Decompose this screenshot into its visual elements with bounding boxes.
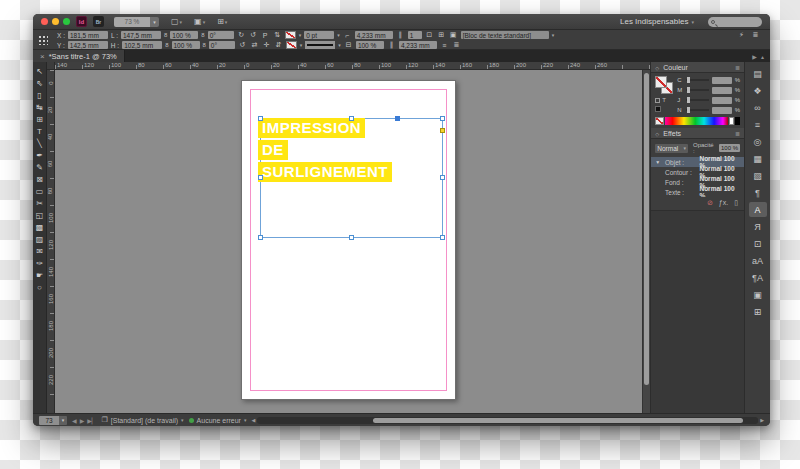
document-tab[interactable]: × *Sans titre-1 @ 73%	[33, 50, 125, 62]
gradient-swatch-tool[interactable]: ▩	[33, 221, 46, 233]
note-tool[interactable]: ✉	[33, 245, 46, 257]
cc-libraries-panel-icon[interactable]: ⊞	[749, 304, 767, 319]
y-field[interactable]: 142,5 mm	[68, 41, 108, 49]
frame-handle-bottom-right[interactable]	[440, 235, 445, 240]
text-line[interactable]: SURLIGNEMENT	[258, 162, 392, 182]
fx-icon[interactable]: ƒx.	[719, 199, 728, 207]
slider-knob[interactable]	[687, 87, 690, 93]
content-collector-tool[interactable]: ⊞	[33, 113, 46, 125]
horizontal-ruler[interactable]: 1401201008060402002040608010012014016018…	[55, 62, 650, 70]
align-top-icon[interactable]: ≡	[440, 42, 449, 49]
scale-x-field[interactable]: 100 %	[170, 31, 198, 39]
links-panel-icon[interactable]: ∞	[749, 100, 767, 115]
character-panel-icon[interactable]: A	[749, 202, 767, 217]
align-center-icon[interactable]: ≣	[452, 41, 461, 49]
vertical-scrollbar[interactable]	[642, 70, 650, 413]
fit-content-icon[interactable]: ⊡	[425, 31, 434, 39]
horizontal-scrollbar-track[interactable]	[257, 417, 758, 424]
panel-menu-icon[interactable]: ≣	[735, 130, 740, 137]
channel-value-field[interactable]	[712, 107, 732, 114]
object-styles-panel-icon[interactable]: ▣	[749, 287, 767, 302]
rotate-ccw-icon[interactable]: ↺	[249, 31, 258, 39]
object-style-dropdown[interactable]: [Bloc de texte standard]	[461, 31, 549, 39]
preflight-profile[interactable]: ❐ [Standard] (de travail) ▾	[101, 416, 183, 424]
stroke-weight-field[interactable]: 0 pt	[304, 31, 334, 39]
fill-swatch-none[interactable]	[655, 76, 667, 88]
height-field[interactable]: 102,5 mm	[122, 41, 162, 49]
corner-radius-field[interactable]: 4,233 mm	[355, 31, 393, 39]
gradient-panel-icon[interactable]: ▧	[749, 168, 767, 183]
frame-handle-bottom-left[interactable]	[258, 235, 263, 240]
pages-panel-icon[interactable]: ▤	[749, 66, 767, 81]
frame-handle-middle-right[interactable]	[440, 175, 445, 180]
hand-tool[interactable]: ☛	[33, 269, 46, 281]
slider-knob[interactable]	[687, 97, 690, 103]
flip-horizontal-icon[interactable]: ⇄	[250, 41, 259, 49]
previous-page-icon[interactable]: ◀	[72, 417, 77, 424]
vertical-ruler[interactable]: 020406080100120140160180200220	[47, 70, 55, 413]
horizontal-scrollbar-thumb[interactable]	[373, 418, 744, 423]
glyphs-panel-icon[interactable]: Я	[749, 219, 767, 234]
ruler-origin-corner[interactable]	[47, 62, 55, 70]
corner-options-icon[interactable]: ⌐	[343, 32, 352, 39]
white-swatch[interactable]	[729, 117, 734, 125]
frame-handle-top-left[interactable]	[258, 116, 263, 121]
pen-tool[interactable]: ✒	[33, 149, 46, 161]
panel-menu-icon[interactable]: ≣	[735, 64, 740, 71]
preflight-status[interactable]: Aucune erreur ▾	[189, 417, 247, 424]
delete-effect-icon[interactable]: ▯	[734, 199, 738, 207]
search-box[interactable]	[708, 17, 762, 27]
close-icon[interactable]: ×	[40, 52, 45, 61]
shear-angle-field[interactable]: 0°	[209, 41, 235, 49]
zoom-level-box[interactable]: 73 ▾	[39, 416, 67, 425]
pencil-tool[interactable]: ✎	[33, 161, 46, 173]
gap-tool[interactable]: ↹	[33, 101, 46, 113]
page-tool[interactable]: ▯	[33, 89, 46, 101]
blend-mode-dropdown[interactable]: Normal ▾	[655, 144, 688, 153]
frame-handle-bottom-middle[interactable]	[349, 235, 354, 240]
flip-vertical-icon[interactable]: ⇅	[273, 31, 282, 39]
constrain-scale-icon[interactable]: 8	[201, 32, 204, 38]
opacity-value-field[interactable]: 100 %	[719, 144, 740, 152]
spectrum-gradient[interactable]	[665, 117, 728, 125]
direct-selection-tool[interactable]: ⇖	[33, 77, 46, 89]
black-swatch[interactable]	[735, 117, 740, 125]
columns-field[interactable]: 1	[408, 31, 422, 39]
channel-value-field[interactable]	[712, 77, 732, 84]
opacity-field[interactable]: 100 %	[356, 41, 384, 49]
layers-panel-icon[interactable]: ❖	[749, 83, 767, 98]
app-zoom-dropdown[interactable]: 73 % ▾	[114, 17, 159, 27]
gradient-feather-tool[interactable]: ▨	[33, 233, 46, 245]
swatches-panel-icon[interactable]: ▦	[749, 151, 767, 166]
channel-slider[interactable]	[686, 109, 708, 111]
frame-handle-top-middle[interactable]	[349, 116, 354, 121]
line-tool[interactable]: ╲	[33, 137, 46, 149]
quick-apply-icon[interactable]: ⚡	[737, 31, 746, 39]
type-tool[interactable]: T	[33, 125, 46, 137]
flip-vertical-icon[interactable]: ⇵	[274, 41, 283, 49]
next-page-icon[interactable]: ▶	[80, 417, 85, 424]
rotate-content-icon[interactable]: P	[261, 32, 270, 39]
minimize-window-button[interactable]	[52, 18, 59, 25]
channel-slider[interactable]	[686, 99, 708, 101]
channel-value-field[interactable]	[712, 97, 732, 104]
selection-tool[interactable]: ↖	[33, 65, 46, 77]
screen-mode-button[interactable]: ▣ ▾	[194, 17, 205, 26]
width-field[interactable]: 147,5 mm	[121, 31, 161, 39]
eyedropper-tool[interactable]: ✑	[33, 257, 46, 269]
channel-value-field[interactable]	[712, 87, 732, 94]
constrain-dimensions-icon[interactable]: 8	[165, 42, 168, 48]
none-color-swatch[interactable]	[655, 117, 664, 125]
reference-point-proxy[interactable]	[38, 35, 48, 45]
effects-panel-icon[interactable]: ◎	[749, 134, 767, 149]
clear-effects-icon[interactable]: ⊘	[707, 199, 713, 207]
constrain-scale-icon[interactable]: 8	[203, 42, 206, 48]
fit-frame-icon[interactable]: ⊞	[437, 31, 446, 39]
tab-scroll-right-icon[interactable]: ▶	[752, 53, 757, 60]
x-field[interactable]: 181,5 mm	[68, 31, 108, 39]
formatting-affects-container-icon[interactable]	[655, 98, 660, 103]
vertical-scrollbar-thumb[interactable]	[644, 73, 649, 385]
fill-swatch-none[interactable]	[285, 31, 296, 39]
zoom-window-button[interactable]	[63, 18, 70, 25]
frame-handle-middle-left[interactable]	[258, 175, 263, 180]
